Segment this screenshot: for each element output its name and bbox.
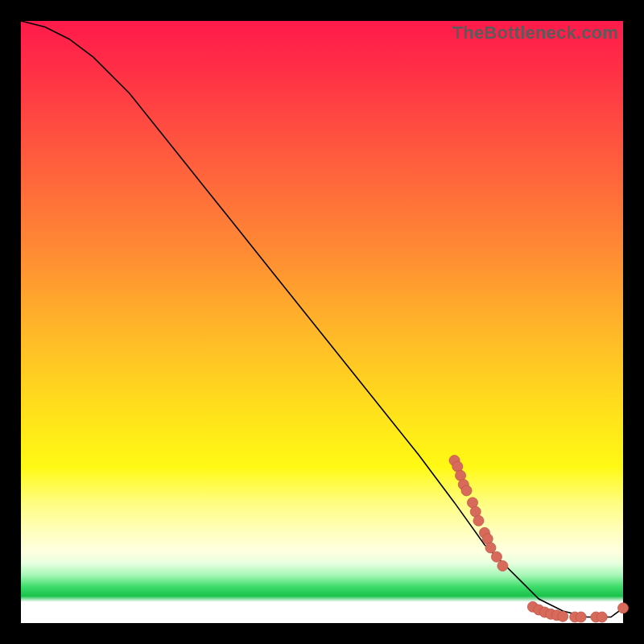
- chart-curve: [21, 21, 623, 617]
- data-marker: [473, 515, 484, 526]
- chart-stage: TheBottleneck.com: [0, 0, 644, 644]
- data-marker: [597, 612, 607, 622]
- data-marker: [497, 560, 508, 571]
- data-marker: [618, 603, 629, 613]
- plot-area: TheBottleneck.com: [21, 21, 623, 623]
- data-marker: [576, 612, 586, 622]
- data-marker: [485, 543, 496, 553]
- markers-group: [449, 456, 628, 622]
- data-marker: [491, 551, 502, 562]
- data-marker: [558, 611, 568, 621]
- data-marker: [461, 485, 472, 496]
- chart-overlay: [21, 21, 623, 623]
